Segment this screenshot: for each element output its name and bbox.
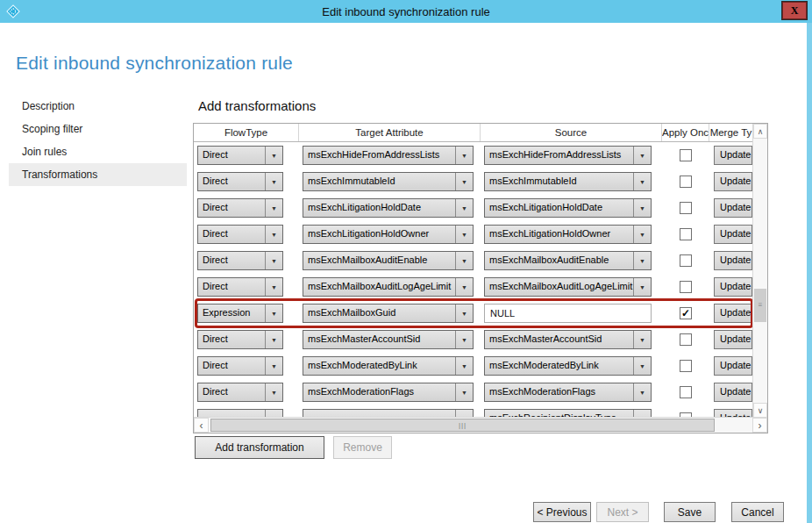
- horizontal-scrollbar-thumb[interactable]: |||: [210, 419, 715, 432]
- apply-once-checkbox[interactable]: [680, 386, 692, 398]
- source-dropdown-value: msExchLitigationHoldOwner: [485, 226, 633, 243]
- merge-type-dropdown[interactable]: Update: [714, 356, 752, 376]
- sidebar-item-join-rules[interactable]: Join rules: [9, 140, 187, 163]
- flowtype-dropdown[interactable]: Direct▼: [197, 356, 283, 376]
- flowtype-dropdown[interactable]: Direct▼: [197, 330, 283, 349]
- chevron-down-icon: ▼: [633, 199, 651, 217]
- scroll-right-icon[interactable]: ›: [752, 418, 767, 433]
- chevron-down-icon: ▼: [455, 226, 473, 243]
- target-attribute-dropdown[interactable]: msExchMailboxAuditLogAgeLimit▼: [303, 277, 474, 297]
- table-row: Expression▼msExchMailboxGuid▼NULL✓Update: [194, 300, 752, 326]
- chevron-down-icon: ▼: [455, 147, 473, 164]
- target-attribute-dropdown-value: msExchLitigationHoldDate: [303, 199, 455, 217]
- merge-type-dropdown[interactable]: Update: [714, 383, 752, 402]
- remove-button[interactable]: Remove: [333, 436, 392, 459]
- source-dropdown[interactable]: msExchHideFromAddressLists▼: [484, 146, 652, 165]
- flowtype-dropdown[interactable]: Direct▼: [197, 383, 283, 402]
- target-attribute-dropdown-value: msExchMailboxGuid: [303, 304, 455, 322]
- flowtype-dropdown[interactable]: Direct▼: [197, 277, 283, 297]
- flowtype-dropdown-value: Direct: [198, 173, 265, 190]
- merge-type-dropdown[interactable]: Update: [714, 304, 752, 323]
- next-button[interactable]: Next >: [596, 502, 649, 522]
- flowtype-dropdown[interactable]: Direct▼: [197, 198, 283, 218]
- merge-type-dropdown[interactable]: Update: [714, 330, 752, 349]
- target-attribute-dropdown[interactable]: msExchImmutableId▼: [303, 172, 474, 191]
- merge-type-dropdown[interactable]: Update: [714, 172, 752, 191]
- horizontal-scrollbar[interactable]: ‹ ||| ›: [194, 417, 767, 433]
- apply-once-checkbox[interactable]: [680, 254, 692, 267]
- scroll-left-icon[interactable]: ‹: [194, 418, 209, 433]
- apply-once-checkbox[interactable]: [680, 228, 692, 240]
- target-attribute-dropdown-value: msExchModerationFlags: [303, 383, 455, 401]
- chevron-down-icon: ▼: [633, 331, 651, 348]
- source-dropdown[interactable]: msExchLitigationHoldDate▼: [484, 198, 652, 218]
- target-attribute-dropdown[interactable]: msExchMasterAccountSid▼: [303, 330, 474, 349]
- chevron-down-icon: ▼: [633, 226, 651, 243]
- source-dropdown[interactable]: msExchMailboxAuditLogAgeLimit▼: [484, 277, 652, 297]
- chevron-down-icon: ▼: [265, 226, 282, 243]
- flowtype-dropdown[interactable]: Direct▼: [197, 146, 283, 165]
- target-attribute-dropdown[interactable]: msExchModeratedByLink▼: [303, 356, 474, 376]
- target-attribute-dropdown[interactable]: msExchMailboxAuditEnable▼: [303, 251, 474, 270]
- chevron-down-icon: ▼: [265, 357, 282, 375]
- target-attribute-dropdown-value: msExchImmutableId: [303, 173, 455, 190]
- target-attribute-dropdown[interactable]: msExchLitigationHoldOwner▼: [303, 225, 474, 244]
- vertical-scrollbar-thumb[interactable]: ≡: [754, 289, 766, 322]
- flowtype-dropdown[interactable]: Direct▼: [197, 251, 283, 270]
- source-dropdown-value: msExchMailboxAuditLogAgeLimit: [485, 278, 633, 296]
- flowtype-dropdown[interactable]: Expression▼: [197, 304, 283, 323]
- titlebar: Edit inbound synchronization rule X: [0, 0, 812, 23]
- source-dropdown[interactable]: msExchModeratedByLink▼: [484, 356, 652, 376]
- sidebar-item-scoping-filter[interactable]: Scoping filter: [9, 118, 187, 140]
- flowtype-dropdown-value: Expression: [198, 304, 265, 322]
- merge-type-dropdown[interactable]: Update: [714, 146, 752, 165]
- flowtype-dropdown-value: Direct: [198, 252, 265, 269]
- source-dropdown[interactable]: msExchMailboxAuditEnable▼: [484, 251, 652, 270]
- target-attribute-dropdown[interactable]: msExchHideFromAddressLists▼: [303, 146, 474, 165]
- merge-type-dropdown[interactable]: Update: [714, 251, 752, 270]
- apply-once-checkbox[interactable]: [680, 333, 692, 346]
- flowtype-dropdown-value: Direct: [198, 226, 265, 243]
- merge-type-dropdown[interactable]: Update: [714, 198, 752, 218]
- target-attribute-dropdown[interactable]: msExchModerationFlags▼: [303, 383, 474, 402]
- previous-button[interactable]: < Previous: [533, 502, 591, 522]
- target-attribute-dropdown-value: msExchMailboxAuditEnable: [303, 252, 455, 269]
- cancel-button[interactable]: Cancel: [731, 502, 784, 522]
- target-attribute-dropdown-value: msExchMailboxAuditLogAgeLimit: [303, 278, 455, 296]
- flowtype-dropdown-value: Direct: [198, 199, 265, 217]
- merge-type-dropdown[interactable]: Update: [714, 225, 752, 244]
- sidebar-item-description[interactable]: Description: [9, 95, 187, 118]
- table-row: Direct▼msExchMailboxAuditLogAgeLimit▼msE…: [194, 274, 752, 300]
- source-dropdown[interactable]: msExchModerationFlags▼: [484, 383, 652, 402]
- scroll-up-icon[interactable]: ∧: [753, 124, 767, 139]
- apply-once-checkbox[interactable]: ✓: [680, 307, 692, 319]
- chevron-down-icon: ▼: [455, 383, 473, 401]
- source-dropdown[interactable]: msExchLitigationHoldOwner▼: [484, 225, 652, 244]
- chevron-down-icon: ▼: [633, 173, 651, 190]
- target-attribute-dropdown[interactable]: msExchMailboxGuid▼: [303, 304, 474, 323]
- apply-once-checkbox[interactable]: [680, 360, 692, 372]
- flowtype-dropdown[interactable]: Direct▼: [197, 225, 283, 244]
- source-dropdown[interactable]: msExchImmutableId▼: [484, 172, 652, 191]
- apply-once-checkbox[interactable]: [680, 281, 692, 293]
- table-row: Direct▼msExchHideFromAddressLists▼msExch…: [194, 142, 752, 168]
- chevron-down-icon: ▼: [455, 252, 473, 269]
- apply-once-checkbox[interactable]: [680, 202, 692, 214]
- transformations-table: FlowType Target Attribute Source Apply O…: [193, 123, 768, 433]
- apply-once-checkbox[interactable]: [680, 149, 692, 161]
- add-transformation-button[interactable]: Add transformation: [195, 436, 324, 459]
- source-expression-input[interactable]: NULL: [484, 304, 652, 323]
- save-button[interactable]: Save: [664, 502, 716, 522]
- source-dropdown[interactable]: msExchMasterAccountSid▼: [484, 330, 652, 349]
- vertical-scrollbar[interactable]: ∧ ≡ ∨: [752, 124, 767, 418]
- source-dropdown-value: msExchImmutableId: [485, 173, 633, 190]
- source-dropdown-value: msExchModerationFlags: [485, 383, 633, 401]
- window-right-border: [807, 23, 812, 523]
- sidebar-item-transformations[interactable]: Transformations: [9, 163, 187, 186]
- flowtype-dropdown[interactable]: Direct▼: [197, 172, 283, 191]
- target-attribute-dropdown[interactable]: msExchLitigationHoldDate▼: [303, 198, 474, 218]
- scroll-down-icon[interactable]: ∨: [753, 403, 767, 418]
- merge-type-dropdown[interactable]: Update: [714, 277, 752, 297]
- close-button[interactable]: X: [782, 2, 807, 19]
- apply-once-checkbox[interactable]: [680, 176, 692, 188]
